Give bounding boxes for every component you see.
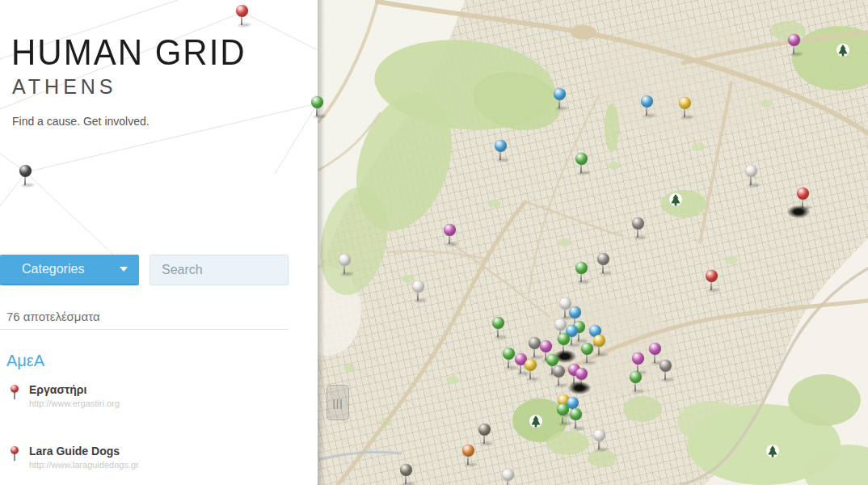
app-title: HUMAN GRID (11, 32, 246, 73)
map-pin-olive[interactable] (478, 424, 491, 436)
map-pin-blue[interactable] (569, 306, 581, 318)
map-pin-darkgray[interactable] (19, 165, 32, 177)
map-pin-gray[interactable] (632, 217, 644, 230)
map-pin-blue[interactable] (554, 88, 566, 100)
map-pin-gray[interactable] (553, 365, 565, 377)
map-pin-green[interactable] (575, 262, 588, 274)
map-pin-white[interactable] (412, 280, 424, 293)
map-pin-magenta[interactable] (632, 352, 644, 365)
map-pin-gray[interactable] (659, 360, 672, 372)
map-pin-blue[interactable] (641, 95, 653, 108)
map-pin-white[interactable] (745, 165, 757, 177)
map-pin-red[interactable] (797, 188, 809, 200)
map-pin-green[interactable] (492, 317, 504, 329)
map-pin-red[interactable] (236, 5, 248, 17)
map-pin-white[interactable] (554, 318, 567, 331)
map-pin-magenta[interactable] (444, 224, 456, 236)
map-pin-green[interactable] (630, 371, 642, 383)
result-title: Εργαστήρι (29, 383, 275, 396)
map-pin-gray[interactable] (597, 253, 609, 265)
map-pin-green[interactable] (570, 408, 582, 420)
result-item[interactable]: Lara Guide Dogs http://www.laraguidedogs… (0, 445, 275, 470)
map-canvas[interactable] (318, 0, 868, 485)
map-pin-green[interactable] (557, 403, 569, 415)
network-lines-decoration (0, 0, 318, 485)
map-pin-yellow[interactable] (525, 359, 537, 371)
result-item[interactable]: Εργαστήρι http://www.ergastiri.org (0, 383, 275, 408)
map-pin-magenta[interactable] (649, 343, 661, 355)
divider (0, 329, 289, 330)
map-pin-white[interactable] (502, 469, 514, 481)
map-pin-orange[interactable] (462, 445, 474, 457)
sidebar-drag-handle[interactable]: ||| (327, 385, 349, 420)
sidebar-map-shadow (318, 0, 325, 485)
map-pin-yellow[interactable] (593, 335, 605, 347)
map-pin-green[interactable] (581, 343, 593, 355)
map-pin-yellow[interactable] (679, 97, 691, 109)
result-title: Lara Guide Dogs (29, 445, 275, 458)
map-pin-white[interactable] (593, 429, 605, 441)
results-count: 76 αποτελέσματα (6, 310, 100, 323)
map-pin-magenta[interactable] (788, 34, 800, 46)
map-pin-magenta[interactable] (575, 368, 588, 380)
map-pin-red[interactable] (706, 270, 718, 282)
map-pin-olive[interactable] (400, 464, 412, 476)
map-pin-blue[interactable] (495, 140, 507, 152)
categories-dropdown-button[interactable]: Categories (0, 255, 139, 285)
app-subtitle: ATHENS (12, 75, 117, 99)
map-pin-green[interactable] (558, 333, 570, 345)
sidebar: HUMAN GRID ATHENS Find a cause. Get invo… (0, 0, 318, 485)
map-pin-green[interactable] (311, 96, 323, 108)
map-pin-green[interactable] (546, 354, 558, 366)
search-input[interactable] (150, 255, 289, 285)
map-pin-gray[interactable] (529, 337, 541, 349)
map-pin-magenta[interactable] (540, 340, 552, 352)
categories-label: Categories (22, 262, 120, 276)
app-tagline: Find a cause. Get involved. (12, 115, 150, 128)
red-pin-icon (11, 385, 19, 393)
map-pin-green[interactable] (575, 153, 588, 165)
map-terrain (318, 0, 868, 485)
category-heading: ΑμεΑ (6, 352, 44, 370)
map-pin-white[interactable] (339, 254, 351, 266)
app-window: ||| HUMAN GRID ATHENS Find a cause. Get … (0, 0, 868, 485)
red-pin-icon (11, 446, 19, 454)
chevron-down-icon (120, 267, 128, 272)
result-url: http://www.ergastiri.org (29, 399, 275, 408)
map-pin-green[interactable] (503, 348, 515, 360)
result-url: http://www.laraguidedogs.gr (29, 460, 275, 470)
